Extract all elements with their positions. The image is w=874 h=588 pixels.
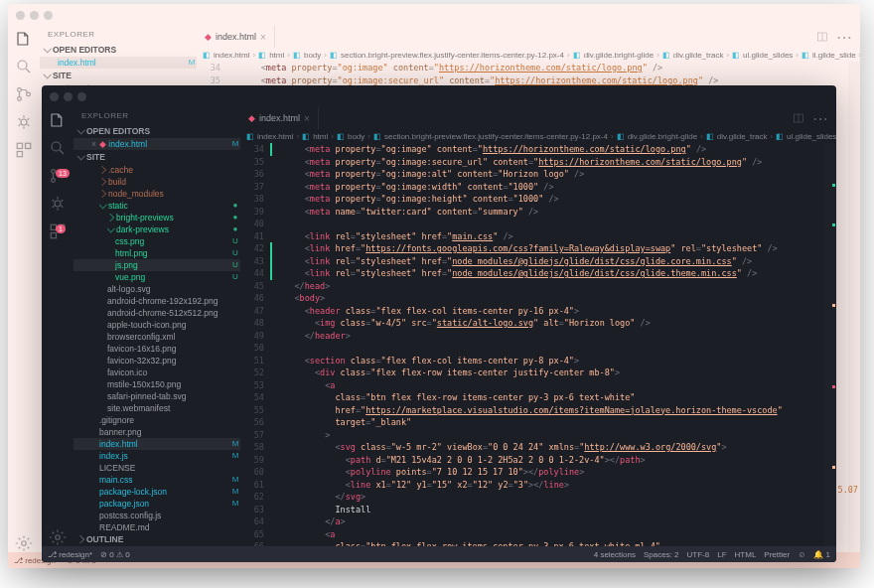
svg-rect-5: [17, 143, 22, 148]
tree-file[interactable]: .gitignore: [73, 414, 240, 426]
tree-file[interactable]: browserconfig.xml: [73, 331, 240, 343]
selections-status[interactable]: 4 selections: [594, 550, 636, 559]
tree-folder[interactable]: bright-previews●: [73, 212, 240, 223]
close-icon[interactable]: ×: [304, 113, 310, 124]
split-editor-icon[interactable]: [793, 112, 804, 124]
svg-point-8: [22, 541, 27, 546]
code-area[interactable]: 3435363738394041424344454647484950515253…: [240, 143, 836, 546]
tree-file[interactable]: README.md: [73, 521, 240, 532]
extensions-icon[interactable]: [15, 141, 33, 159]
open-editors-section[interactable]: OPEN EDITORS: [73, 124, 240, 138]
minimap[interactable]: [848, 62, 860, 552]
svg-point-2: [18, 97, 22, 101]
traffic-max-icon[interactable]: [44, 11, 53, 20]
lang-status[interactable]: HTML: [735, 550, 757, 559]
tree-file[interactable]: vue.pngU: [73, 271, 240, 283]
svg-point-10: [52, 142, 61, 151]
tree-file[interactable]: favicon-16x16.png: [73, 343, 240, 355]
tree-file[interactable]: main.cssM: [73, 474, 240, 486]
minimap[interactable]: [824, 143, 836, 546]
debug-icon[interactable]: [15, 113, 33, 131]
tree-file[interactable]: package-lock.jsonM: [73, 486, 240, 498]
debug-icon[interactable]: [49, 195, 67, 213]
html-file-icon: ◆: [205, 32, 212, 42]
tree-file[interactable]: alt-logo.svg: [73, 283, 240, 295]
gear-icon[interactable]: [49, 528, 67, 546]
files-icon[interactable]: [15, 30, 33, 48]
more-icon[interactable]: ⋯: [812, 109, 828, 128]
tree-folder[interactable]: dark-previews●: [73, 223, 240, 235]
tree-file[interactable]: apple-touch-icon.png: [73, 319, 240, 331]
tree-folder[interactable]: .cache: [73, 164, 240, 176]
tree-file[interactable]: favicon.ico: [73, 367, 240, 378]
scm-icon[interactable]: [15, 85, 33, 103]
branch-status[interactable]: ⎇ redesign*: [48, 550, 92, 559]
tree-folder[interactable]: build: [73, 176, 240, 188]
tree-file[interactable]: LICENSE: [73, 462, 240, 474]
workspace-root[interactable]: SITE: [40, 69, 197, 82]
svg-point-1: [18, 88, 22, 92]
tree-file[interactable]: css.pngU: [73, 235, 240, 247]
gear-icon[interactable]: [15, 534, 33, 552]
breadcrumbs[interactable]: ◧index.html›◧html›◧body›◧section.bright-…: [197, 48, 860, 62]
encoding-status[interactable]: UTF-8: [687, 550, 710, 559]
workspace-root[interactable]: SITE: [73, 150, 240, 164]
close-icon[interactable]: ×: [91, 138, 96, 150]
tab-index-html[interactable]: ◆index.html×: [197, 26, 275, 48]
explorer-title: EXPLORER: [73, 107, 240, 124]
svg-point-12: [52, 179, 56, 183]
outline-section[interactable]: OUTLINE: [73, 532, 240, 546]
tree-file[interactable]: postcss.config.js: [73, 510, 240, 521]
tree-file[interactable]: safari-pinned-tab.svg: [73, 390, 240, 402]
problems-status[interactable]: ⊘ 0 ⚠ 0: [100, 550, 130, 559]
activity-bar: 13 1: [42, 107, 73, 546]
search-icon[interactable]: [49, 139, 67, 157]
close-icon[interactable]: ×: [260, 32, 266, 43]
html-file-icon: ◆: [248, 113, 255, 123]
open-editors-section[interactable]: OPEN EDITORS: [40, 43, 197, 57]
traffic-min-icon[interactable]: [64, 92, 73, 101]
titlebar[interactable]: [8, 4, 860, 26]
bell-icon[interactable]: 🔔 1: [813, 550, 830, 559]
svg-point-3: [27, 92, 31, 96]
tree-file[interactable]: favicon-32x32.png: [73, 355, 240, 367]
tab-bar: ◆index.html× ⋯: [240, 107, 836, 129]
traffic-close-icon[interactable]: [16, 11, 25, 20]
tree-file[interactable]: banner.png: [73, 426, 240, 438]
files-icon[interactable]: [49, 111, 67, 129]
svg-point-0: [18, 61, 27, 70]
tree-file[interactable]: android-chrome-192x192.png: [73, 295, 240, 307]
breadcrumbs[interactable]: ◧index.html›◧html›◧body›◧section.bright-…: [240, 129, 836, 143]
tree-folder[interactable]: static●: [73, 200, 240, 212]
activity-bar: [8, 26, 40, 552]
traffic-close-icon[interactable]: [50, 92, 59, 101]
open-editor-row[interactable]: index.htmlM: [40, 57, 197, 69]
tree-file[interactable]: mstile-150x150.png: [73, 378, 240, 390]
tree-file[interactable]: js.pngU: [73, 259, 240, 271]
formatter-status[interactable]: Prettier: [764, 550, 790, 559]
tab-bar: ◆index.html× ⋯: [197, 26, 860, 48]
more-icon[interactable]: ⋯: [836, 28, 852, 47]
tree-folder[interactable]: node_modules: [73, 188, 240, 200]
spaces-status[interactable]: Spaces: 2: [644, 550, 679, 559]
traffic-min-icon[interactable]: [30, 11, 39, 20]
split-editor-icon[interactable]: [816, 31, 828, 43]
traffic-max-icon[interactable]: [77, 92, 86, 101]
tree-file[interactable]: site.webmanifest: [73, 402, 240, 414]
tree-file[interactable]: android-chrome-512x512.png: [73, 307, 240, 319]
svg-point-14: [55, 201, 61, 207]
eol-status[interactable]: LF: [717, 550, 726, 559]
tree-file[interactable]: html.pngU: [73, 247, 240, 259]
tree-file[interactable]: index.htmlM: [73, 438, 240, 450]
tab-index-html[interactable]: ◆index.html×: [240, 107, 319, 129]
status-bar: ⎇ redesign* ⊘ 0 ⚠ 0 4 selections Spaces:…: [42, 546, 836, 562]
tree-file[interactable]: index.jsM: [73, 450, 240, 462]
explorer-title: EXPLORER: [40, 26, 197, 43]
tree-file[interactable]: package.jsonM: [73, 498, 240, 510]
feedback-icon[interactable]: ☺: [798, 550, 805, 559]
editor: ◆index.html× ⋯ ◧index.html›◧html›◧body›◧…: [240, 107, 836, 546]
open-editor-row[interactable]: ×◆ index.htmlM: [73, 138, 240, 150]
search-icon[interactable]: [15, 58, 33, 75]
titlebar[interactable]: [42, 85, 836, 107]
svg-rect-7: [17, 152, 22, 157]
